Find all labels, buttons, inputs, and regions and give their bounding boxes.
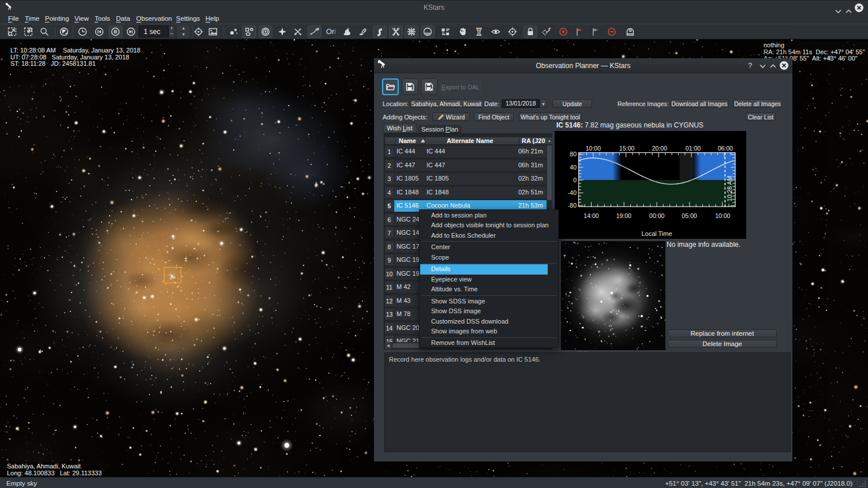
svg-text:15:00: 15:00: [619, 145, 634, 152]
svg-text:05:00: 05:00: [682, 212, 697, 219]
svg-text:-40: -40: [568, 189, 577, 196]
svg-text:Local Time: Local Time: [641, 230, 672, 237]
svg-text:14:00: 14:00: [583, 212, 598, 219]
svg-text:10:00: 10:00: [715, 212, 730, 219]
svg-text:06:00: 06:00: [718, 145, 733, 152]
svg-text:19:00: 19:00: [616, 212, 631, 219]
svg-text:0: 0: [573, 177, 577, 183]
svg-text:40: 40: [570, 164, 577, 171]
svg-text:10:28 AM: 10:28 AM: [726, 176, 733, 201]
svg-text:01:00: 01:00: [686, 145, 701, 152]
svg-text:10:00: 10:00: [586, 145, 601, 152]
svg-text:Ori: Ori: [326, 27, 335, 36]
svg-text:20:00: 20:00: [652, 145, 667, 152]
svg-text:80: 80: [570, 151, 577, 157]
svg-text:00:00: 00:00: [649, 212, 664, 219]
svg-text:-80: -80: [568, 202, 577, 209]
